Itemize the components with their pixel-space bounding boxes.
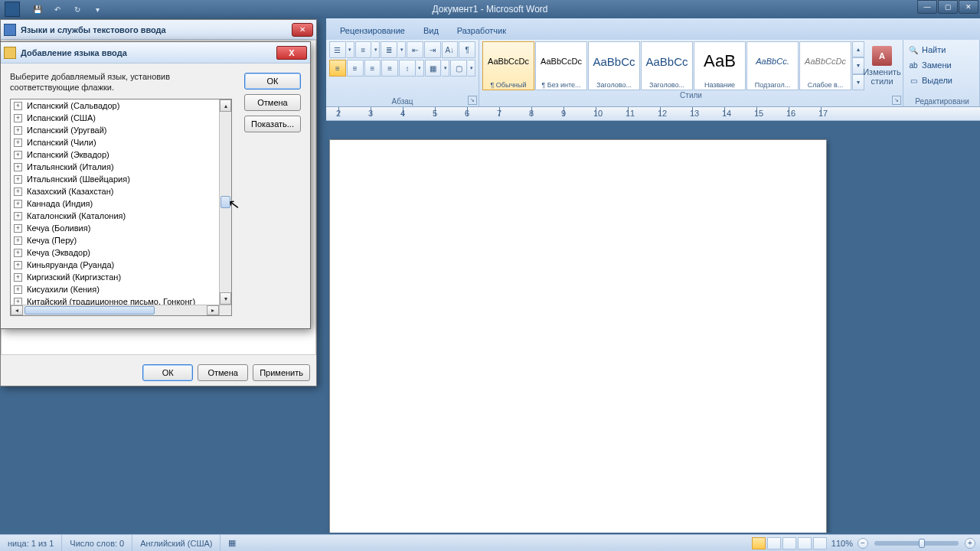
text-services-close-button[interactable]: ✕ xyxy=(292,23,313,37)
tree-expand-icon[interactable]: + xyxy=(14,298,22,305)
view-outline-icon[interactable] xyxy=(798,537,812,549)
vscroll-track[interactable] xyxy=(220,112,231,292)
vscroll-up-icon[interactable]: ▴ xyxy=(220,99,231,112)
gallery-up-icon[interactable]: ▴ xyxy=(852,41,864,57)
tree-expand-icon[interactable]: + xyxy=(14,163,22,171)
status-language[interactable]: Английский (США) xyxy=(132,535,220,551)
tree-expand-icon[interactable]: + xyxy=(14,212,22,220)
view-print-layout-icon[interactable] xyxy=(752,537,766,549)
dialog-text-services-titlebar[interactable]: Языки и службы текстового ввода ✕ xyxy=(1,20,316,40)
language-item[interactable]: +Киргизский (Киргизстан) xyxy=(11,271,219,283)
redo-icon[interactable]: ↻ xyxy=(69,2,86,16)
tree-expand-icon[interactable]: + xyxy=(14,151,22,159)
language-item[interactable]: +Испанский (Сальвадор) xyxy=(11,99,219,112)
styles-expand-icon[interactable]: ↘ xyxy=(892,96,901,105)
zoom-out-button[interactable]: − xyxy=(858,538,868,549)
multilevel-icon[interactable]: ≣ xyxy=(381,41,397,58)
horizontal-ruler[interactable]: 234567891011121314151617 xyxy=(326,107,980,121)
tree-expand-icon[interactable]: + xyxy=(14,114,22,122)
dialog-add-language-titlebar[interactable]: Добавление языка ввода X xyxy=(1,42,310,64)
align-center-icon[interactable]: ≡ xyxy=(347,60,364,77)
language-item[interactable]: +Китайский (традиционное письмо, Гонконг… xyxy=(11,295,219,305)
style-chip[interactable]: AaBbCcЗаголово... xyxy=(641,41,693,90)
text-services-ok-button[interactable]: ОК xyxy=(142,364,193,381)
tab-view[interactable]: Вид xyxy=(414,21,448,40)
select-button[interactable]: ▭Выдели xyxy=(908,73,976,87)
status-word-count[interactable]: Число слов: 0 xyxy=(62,535,132,551)
language-list-hscroll[interactable]: ◂ ▸ xyxy=(11,305,219,315)
language-list[interactable]: +Испанский (Сальвадор)+Испанский (США)+И… xyxy=(11,99,219,305)
close-button[interactable]: ✕ xyxy=(959,0,978,14)
language-item[interactable]: +Кечуа (Эквадор) xyxy=(11,246,219,259)
style-chip[interactable]: AaBbCcЗаголово... xyxy=(588,41,640,90)
change-styles-button[interactable]: Изменить стили xyxy=(864,41,900,90)
document-page[interactable] xyxy=(329,139,827,533)
sort-icon[interactable]: A↓ xyxy=(442,41,459,58)
justify-icon[interactable]: ≡ xyxy=(381,60,398,77)
align-left-icon[interactable]: ≡ xyxy=(329,60,346,77)
replace-button[interactable]: abЗамени xyxy=(908,58,976,72)
language-item[interactable]: +Итальянский (Швейцария) xyxy=(11,173,219,185)
show-marks-icon[interactable]: ¶ xyxy=(459,41,475,58)
office-button-icon[interactable] xyxy=(5,2,20,17)
language-item[interactable]: +Испанский (Чили) xyxy=(11,136,219,148)
language-item[interactable]: +Испанский (Уругвай) xyxy=(11,124,219,136)
decrease-indent-icon[interactable]: ⇤ xyxy=(407,41,423,58)
language-item[interactable]: +Испанский (Эквадор) xyxy=(11,148,219,161)
bullets-dropdown-icon[interactable]: ▾ xyxy=(347,41,354,58)
numbering-icon[interactable]: ≡ xyxy=(355,41,372,58)
tree-expand-icon[interactable]: + xyxy=(14,236,22,245)
paragraph-expand-icon[interactable]: ↘ xyxy=(468,96,477,105)
language-list-vscroll[interactable]: ▴ ▾ xyxy=(219,99,231,305)
style-chip[interactable]: AaBbCcDc¶ Без инте... xyxy=(535,41,587,90)
shading-icon[interactable]: ▦ xyxy=(425,60,442,77)
vscroll-down-icon[interactable]: ▾ xyxy=(220,292,231,305)
language-item[interactable]: +Киньяруанда (Руанда) xyxy=(11,259,219,271)
add-language-show-button[interactable]: Показать... xyxy=(244,116,301,132)
tree-expand-icon[interactable]: + xyxy=(14,139,22,147)
shading-dropdown-icon[interactable]: ▾ xyxy=(442,60,449,77)
language-item[interactable]: +Кечуа (Перу) xyxy=(11,234,219,246)
increase-indent-icon[interactable]: ⇥ xyxy=(424,41,441,58)
add-language-ok-button[interactable]: ОК xyxy=(244,73,301,90)
tree-expand-icon[interactable]: + xyxy=(14,126,22,135)
bullets-icon[interactable]: ☰ xyxy=(329,41,346,58)
tree-expand-icon[interactable]: + xyxy=(14,102,22,110)
tree-expand-icon[interactable]: + xyxy=(14,175,22,184)
view-draft-icon[interactable] xyxy=(813,537,827,549)
style-chip[interactable]: AaBbCcDc¶ Обычный xyxy=(482,41,534,90)
zoom-slider[interactable] xyxy=(874,541,959,546)
border-dropdown-icon[interactable]: ▾ xyxy=(468,60,475,77)
border-icon[interactable]: ▢ xyxy=(450,60,467,77)
tree-expand-icon[interactable]: + xyxy=(14,285,22,294)
tree-expand-icon[interactable]: + xyxy=(14,261,22,269)
tab-review[interactable]: Рецензирование xyxy=(331,21,414,40)
minimize-button[interactable]: — xyxy=(917,0,937,14)
add-language-cancel-button[interactable]: Отмена xyxy=(244,94,301,111)
language-item[interactable]: +Каннада (Индия) xyxy=(11,197,219,210)
hscroll-left-icon[interactable]: ◂ xyxy=(11,305,23,315)
tree-expand-icon[interactable]: + xyxy=(14,273,22,282)
undo-icon[interactable]: ↶ xyxy=(49,2,66,16)
hscroll-thumb[interactable] xyxy=(24,306,155,315)
text-services-cancel-button[interactable]: Отмена xyxy=(198,364,248,381)
align-right-icon[interactable]: ≡ xyxy=(364,60,381,77)
zoom-in-button[interactable]: + xyxy=(965,538,975,549)
style-chip[interactable]: AaBbCcDcСлабое в... xyxy=(799,41,851,90)
language-item[interactable]: +Каталонский (Каталония) xyxy=(11,210,219,222)
style-chip[interactable]: AaBbCc.Подзагол... xyxy=(746,41,799,90)
tree-expand-icon[interactable]: + xyxy=(14,249,22,257)
add-language-close-button[interactable]: X xyxy=(276,46,307,60)
tree-expand-icon[interactable]: + xyxy=(14,187,22,196)
language-item[interactable]: +Казахский (Казахстан) xyxy=(11,185,219,197)
maximize-button[interactable]: ▢ xyxy=(938,0,958,14)
qat-more-icon[interactable]: ▾ xyxy=(89,2,106,16)
style-chip[interactable]: АаВНазвание xyxy=(694,41,746,90)
tree-expand-icon[interactable]: + xyxy=(14,200,22,208)
status-page[interactable]: ница: 1 из 1 xyxy=(0,535,62,551)
line-spacing-dropdown-icon[interactable]: ▾ xyxy=(416,60,424,77)
language-item[interactable]: +Кечуа (Боливия) xyxy=(11,222,219,234)
vscroll-thumb[interactable] xyxy=(220,196,230,208)
tree-expand-icon[interactable]: + xyxy=(14,224,22,233)
language-item[interactable]: +Итальянский (Италия) xyxy=(11,161,219,173)
